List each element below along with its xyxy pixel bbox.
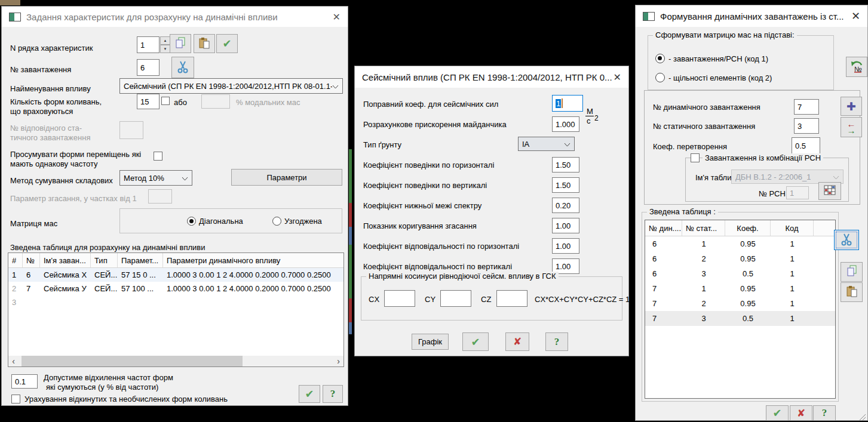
summary-header[interactable] [814, 220, 835, 236]
close-icon[interactable]: ✕ [614, 72, 621, 83]
table-row[interactable]: 1 6 Сейсмика X СЕЙ... 57 15 0 ... 1.0000… [8, 268, 343, 282]
table-header[interactable]: Ім'я заван... [40, 253, 91, 267]
modal-mass-checkbox[interactable] [161, 97, 170, 105]
method-combo[interactable]: Метод 10% [119, 170, 192, 186]
sum-forms-checkbox[interactable] [154, 152, 162, 161]
rsn-combination-group: Завантаження із комбінації РСН Ім'я табл… [685, 158, 849, 202]
source-load-label: - завантаження/РСН (код 1) [668, 54, 768, 64]
summary-row[interactable]: 6 3 0.5 1 [645, 266, 835, 281]
stat-load-input[interactable]: 3 [794, 118, 819, 134]
source-density-radio[interactable] [655, 73, 665, 82]
help-button[interactable]: ? [813, 405, 836, 421]
table-header[interactable]: Параметри динамічного впливу [163, 253, 343, 267]
acceleration-input[interactable]: 1.000 [552, 116, 579, 132]
summary-header[interactable]: Коеф. [725, 220, 771, 236]
scroll-track[interactable] [19, 356, 333, 366]
behavior-vertical-input[interactable]: 1.50 [552, 177, 579, 193]
table-header[interactable]: № [23, 253, 40, 267]
row-num-input[interactable]: 1 [137, 36, 160, 53]
ok-button[interactable]: ✔ [766, 405, 789, 421]
damping-correction-input[interactable]: 1.00 [552, 218, 579, 233]
matrix-diagonal-radio[interactable] [187, 217, 196, 226]
ok-button[interactable]: ✔ [462, 332, 489, 351]
close-icon[interactable]: ✕ [851, 10, 860, 23]
help-button[interactable]: ? [545, 332, 568, 351]
rsn-combination-label: Завантаження із комбінації РСН [703, 153, 823, 163]
ok-button[interactable]: ✔ [299, 385, 320, 403]
summary-row[interactable]: 7 2 0.95 1 [645, 296, 835, 311]
paste-button[interactable] [841, 282, 863, 302]
cx-label: CX [369, 295, 379, 304]
copy-row-button[interactable] [170, 34, 191, 53]
table-header[interactable]: # [8, 253, 23, 267]
rsn-table-button[interactable] [818, 182, 841, 200]
table-row[interactable]: 2 7 Сейсмика У СЕЙ... 57 100 ... 1.0000 … [8, 282, 343, 295]
cancel-button[interactable]: ✘ [790, 405, 812, 421]
summary-header[interactable]: Код [771, 220, 814, 236]
load-num-input[interactable]: 6 [137, 59, 160, 76]
resize-grip[interactable] [858, 412, 866, 422]
table-header[interactable]: Тип [91, 253, 118, 267]
sum-forms-label: Просумувати форми переміщень які [10, 150, 141, 159]
apply-row-button[interactable]: ✔ [216, 34, 238, 53]
forms-count-input[interactable]: 15 [137, 94, 160, 109]
spinner-down-icon[interactable]: ▼ [160, 45, 170, 53]
matrix-consistent-label: Узгоджена [284, 217, 322, 226]
cut-button[interactable] [834, 230, 859, 250]
scroll-right-icon[interactable]: › [333, 356, 343, 366]
cz-input[interactable] [496, 290, 527, 307]
scroll-thumb[interactable] [22, 356, 243, 366]
swap-button[interactable]: ←→ [841, 117, 862, 137]
summary-row[interactable]: 6 1 0.95 1 [645, 236, 835, 251]
parameters-button[interactable]: Параметри [231, 169, 342, 186]
summary-header[interactable]: № дин.... [645, 220, 682, 236]
table-grid-icon [823, 184, 836, 198]
help-button[interactable]: ? [323, 385, 343, 403]
add-button[interactable]: ✚ [841, 97, 862, 116]
discarded-forms-checkbox[interactable] [11, 395, 20, 403]
soil-type-combo[interactable]: ІА [518, 137, 575, 151]
dynamic-summary-table[interactable]: # № Ім'я заван... Тип Парамет... Парамет… [8, 252, 344, 367]
correction-coef-input[interactable]: 1 [552, 95, 583, 112]
soil-type-label: Тип ґрунту [363, 140, 401, 150]
spinner-up-icon[interactable]: ▲ [160, 36, 170, 45]
matrix-consistent-radio[interactable] [272, 217, 281, 226]
paste-row-button[interactable] [194, 34, 215, 53]
behavior-horizontal-input[interactable]: 1.50 [552, 157, 579, 173]
responsibility-horizontal-input[interactable]: 1.00 [552, 238, 579, 254]
right-window-title: Формування динамічних завантажень із ст.… [660, 11, 844, 21]
impact-name-combo[interactable]: Сейсмічний (СП РК EN 1998-1:2004/2012,НТ… [119, 78, 343, 94]
background-artifact-tan [0, 0, 20, 5]
table-row[interactable]: 3 [8, 295, 343, 309]
scroll-left-icon[interactable]: ‹ [8, 356, 19, 366]
renumber-button[interactable]: № [846, 57, 867, 77]
row-num-stepper[interactable]: ▲ ▼ [160, 36, 170, 53]
source-density-label: - щільності елементів (код 2) [668, 73, 772, 83]
or-label: або [174, 98, 187, 107]
summary-row[interactable]: 7 1 0.95 1 [645, 281, 835, 296]
close-icon[interactable]: ✕ [333, 11, 341, 23]
spectrum-limit-input[interactable]: 0.20 [552, 198, 579, 213]
tolerance-input[interactable]: 0.1 [11, 374, 38, 389]
cy-input[interactable] [440, 290, 471, 307]
dyn-load-input[interactable]: 7 [794, 99, 819, 115]
behavior-horizontal-label: Коефіцієнт поведінки по горизонталі [363, 161, 494, 170]
source-load-radio[interactable] [655, 54, 665, 63]
delete-row-button[interactable] [171, 57, 194, 78]
cancel-icon: ✘ [513, 335, 522, 348]
summary-header[interactable]: № стат... [682, 220, 725, 236]
summary-row[interactable]: 6 2 0.95 1 [645, 251, 835, 266]
damping-correction-label: Показник коригування згасання [363, 221, 477, 231]
conv-coef-input[interactable]: 0.5 [792, 137, 820, 154]
help-icon: ? [822, 407, 827, 419]
scissors-icon [176, 60, 190, 76]
summary-table[interactable]: № дин.... № стат... Коеф. Код 6 1 0.95 1… [645, 220, 836, 399]
graph-button[interactable]: Графік [412, 334, 449, 350]
horizontal-scrollbar[interactable]: ‹ › [8, 356, 343, 366]
summary-row[interactable]: 7 3 0.5 1 [645, 311, 835, 326]
cancel-button[interactable]: ✘ [505, 332, 529, 351]
table-header[interactable]: Парамет... [118, 253, 163, 267]
copy-button[interactable] [841, 262, 863, 282]
rsn-combination-checkbox[interactable] [691, 153, 700, 162]
cx-input[interactable] [384, 290, 415, 307]
